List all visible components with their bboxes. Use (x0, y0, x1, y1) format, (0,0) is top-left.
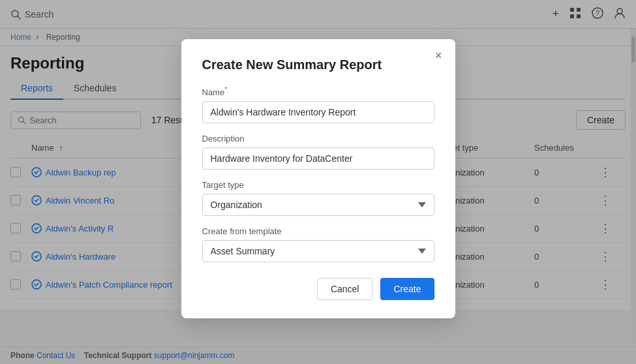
modal-overlay: Create New Summary Report × Name* Descri… (0, 0, 636, 364)
modal-dialog: Create New Summary Report × Name* Descri… (181, 39, 455, 318)
template-field-group: Create from template Asset Summary Patch… (202, 226, 434, 262)
template-label: Create from template (202, 226, 434, 236)
cancel-button[interactable]: Cancel (317, 278, 373, 300)
name-field-group: Name* (202, 85, 434, 123)
target-type-select[interactable]: Organization Device Device Group (202, 194, 434, 216)
description-label: Description (202, 134, 434, 144)
target-type-label: Target type (202, 180, 434, 190)
modal-title: Create New Summary Report (202, 57, 434, 72)
modal-footer: Cancel Create (202, 278, 434, 300)
template-select[interactable]: Asset Summary Patch Compliance Software … (202, 240, 434, 262)
create-submit-button[interactable]: Create (380, 278, 434, 300)
modal-close-button[interactable]: × (435, 50, 442, 61)
name-input[interactable] (202, 101, 434, 123)
description-field-group: Description (202, 134, 434, 170)
description-input[interactable] (202, 147, 434, 170)
name-label: Name* (202, 85, 434, 97)
target-type-field-group: Target type Organization Device Device G… (202, 180, 434, 216)
